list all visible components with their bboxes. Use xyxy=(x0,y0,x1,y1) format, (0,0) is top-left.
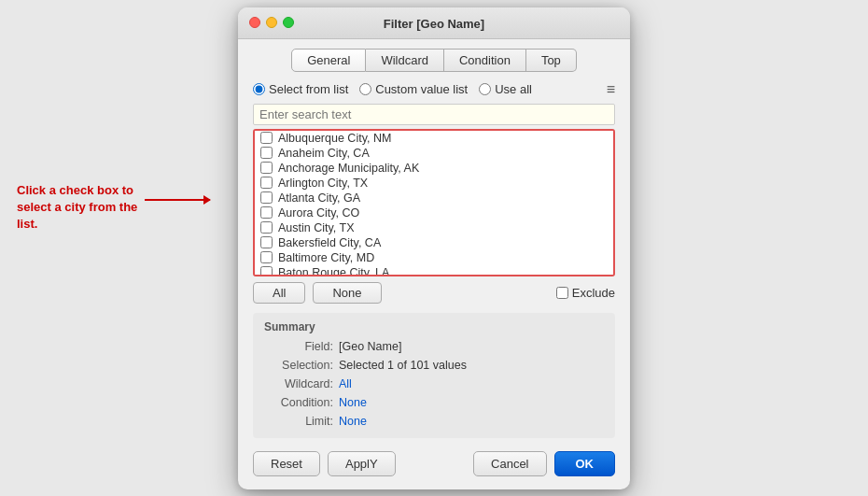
list-item[interactable]: Bakersfield City, CA xyxy=(255,235,613,250)
summary-row-wildcard: Wildcard: All xyxy=(264,375,604,393)
bottom-row: Reset ApplY Cancel OK xyxy=(253,447,615,478)
all-button[interactable]: All xyxy=(253,282,305,304)
dialog-title: Filter [Geo Name] xyxy=(384,17,484,31)
list-item[interactable]: Anaheim City, CA xyxy=(255,146,613,161)
title-bar: Filter [Geo Name] xyxy=(238,7,630,39)
filter-dialog: Filter [Geo Name] General Wildcard Condi… xyxy=(238,7,630,489)
window-controls xyxy=(249,17,294,28)
list-item[interactable]: Anchorage Municipality, AK xyxy=(255,161,613,176)
summary-title: Summary xyxy=(264,320,604,333)
tab-general[interactable]: General xyxy=(291,49,366,72)
summary-row-limit: Limit: None xyxy=(264,412,604,431)
radio-select-from-list[interactable]: Select from list xyxy=(253,82,348,96)
dialog-content: General Wildcard Condition Top Select fr… xyxy=(238,39,630,489)
reset-button[interactable]: Reset xyxy=(253,451,320,476)
list-item[interactable]: Aurora City, CO xyxy=(255,205,613,220)
summary-section: Summary Field: [Geo Name] Selection: Sel… xyxy=(253,313,615,438)
tab-wildcard[interactable]: Wildcard xyxy=(366,49,444,72)
list-item[interactable]: Baltimore City, MD xyxy=(255,250,613,265)
close-button[interactable] xyxy=(249,17,260,28)
annotation-arrow xyxy=(145,199,210,201)
tab-condition[interactable]: Condition xyxy=(444,49,526,72)
radio-row: Select from list Custom value list Use a… xyxy=(253,81,615,98)
list-item[interactable]: Albuquerque City, NM xyxy=(255,131,613,146)
list-item[interactable]: Arlington City, TX xyxy=(255,176,613,191)
all-none-row: All None Exclude xyxy=(253,282,615,304)
summary-row-selection: Selection: Selected 1 of 101 values xyxy=(264,356,604,375)
tab-bar: General Wildcard Condition Top xyxy=(253,49,615,72)
apply-button[interactable]: ApplY xyxy=(328,451,396,476)
annotation-text: Click a check box to select a city from … xyxy=(17,182,147,234)
tab-top[interactable]: Top xyxy=(526,49,577,72)
radio-use-all[interactable]: Use all xyxy=(479,82,532,96)
radio-custom-value[interactable]: Custom value list xyxy=(359,82,468,96)
none-button[interactable]: None xyxy=(313,282,381,304)
exclude-label[interactable]: Exclude xyxy=(556,286,615,300)
list-item[interactable]: Austin City, TX xyxy=(255,220,613,235)
city-list[interactable]: Albuquerque City, NM Anaheim City, CA An… xyxy=(253,129,615,276)
ok-button[interactable]: OK xyxy=(554,451,616,476)
list-item[interactable]: Atlanta City, GA xyxy=(255,191,613,205)
cancel-button[interactable]: Cancel xyxy=(473,451,546,476)
menu-icon[interactable]: ≡ xyxy=(607,81,615,98)
minimize-button[interactable] xyxy=(266,17,277,28)
maximize-button[interactable] xyxy=(283,17,294,28)
list-item[interactable]: Baton Rouge City, LA xyxy=(255,265,613,276)
search-input[interactable] xyxy=(253,104,615,125)
summary-row-field: Field: [Geo Name] xyxy=(264,337,604,356)
summary-row-condition: Condition: None xyxy=(264,393,604,412)
